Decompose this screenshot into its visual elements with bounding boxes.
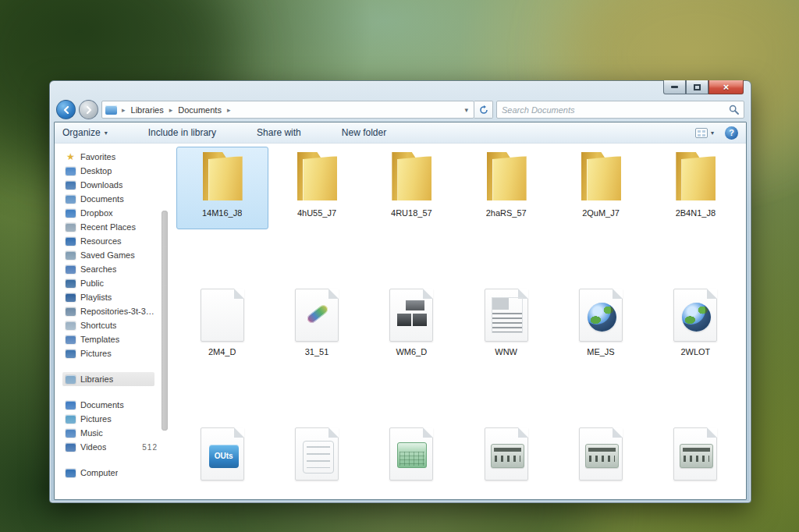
breadcrumb-segment[interactable]: Libraries — [130, 105, 165, 115]
minimize-icon — [671, 86, 678, 88]
minimize-button[interactable] — [663, 80, 686, 94]
file-tile[interactable] — [176, 424, 268, 499]
file-label: 2M4_D — [208, 347, 236, 356]
file-tile[interactable] — [555, 424, 647, 499]
sidebar-item[interactable]: Documents — [62, 192, 172, 206]
toolbar-item-new-folder[interactable]: New folder — [342, 127, 386, 138]
sidebar-item-badge: 512 — [142, 443, 172, 452]
saved-games-icon — [66, 251, 76, 260]
file-tile[interactable] — [649, 424, 741, 499]
public-icon — [66, 279, 76, 288]
file-tile[interactable]: 14M16_J8 — [176, 147, 268, 229]
sidebar-item-label: Computer — [80, 468, 118, 477]
sidebar-item[interactable]: Dropbox — [62, 206, 172, 220]
sidebar-item[interactable]: Documents — [62, 398, 172, 412]
sidebar-item[interactable]: Downloads — [62, 178, 172, 192]
file-tile[interactable]: 2M4_D — [176, 286, 268, 368]
maximize-button[interactable] — [686, 80, 708, 94]
sidebar-item-label: Documents — [80, 400, 124, 410]
sidebar-section-gap — [62, 360, 172, 372]
desktop-icon — [66, 167, 76, 176]
sidebar-item-label: Videos — [80, 442, 106, 452]
forward-arrow-icon — [85, 106, 93, 114]
sidebar-item[interactable]: ★ Favorites — [62, 150, 172, 164]
file-tile[interactable]: 4hU55_J7 — [271, 147, 363, 229]
sidebar-item[interactable]: Resources — [62, 234, 172, 248]
pictures-library-icon — [66, 415, 76, 424]
client-area: Organize▾Include in libraryShare withNew… — [54, 122, 747, 500]
file-tile[interactable]: 2haRS_57 — [460, 147, 552, 229]
file-tile[interactable]: ME_JS — [555, 286, 647, 368]
file-label: WM6_D — [396, 347, 427, 356]
breadcrumb-segment[interactable]: Documents — [176, 105, 223, 115]
toolbar-item-label: Include in library — [148, 127, 216, 138]
sidebar-item-label: Music — [80, 428, 103, 438]
file-label: 4hU55_J7 — [297, 208, 336, 218]
sidebar-item-label: Templates — [80, 335, 119, 344]
sidebar-item[interactable]: Libraries — [62, 372, 154, 386]
repository-icon — [66, 307, 76, 316]
toolbar-right: ▾ ? — [695, 126, 738, 140]
change-view-button[interactable]: ▾ — [695, 128, 714, 138]
sidebar-item-label: Searches — [80, 264, 116, 274]
close-button[interactable]: × — [708, 80, 744, 94]
sidebar-item[interactable]: Pictures — [62, 412, 172, 426]
sidebar-item-label: Dropbox — [80, 208, 113, 218]
sidebar-item[interactable]: Desktop — [62, 164, 172, 178]
help-button[interactable]: ? — [725, 126, 738, 140]
sidebar-item-label: Desktop — [80, 166, 112, 176]
file-tile[interactable]: WM6_D — [365, 286, 457, 368]
address-bar[interactable]: ▸Libraries▸Documents▸ ▾ — [101, 101, 474, 119]
chevron-down-icon[interactable]: ▾ — [462, 106, 471, 114]
searches-icon — [66, 265, 76, 274]
file-label: 2QuM_J7 — [582, 208, 620, 218]
file-tile[interactable] — [365, 424, 457, 499]
sidebar-scrollbar[interactable] — [162, 211, 168, 431]
toolbar-item-include-in-library[interactable]: Include in library — [148, 127, 216, 138]
desktop-background: { "window": { "controls": { "minimize": … — [0, 0, 799, 532]
refresh-icon — [479, 105, 488, 115]
sidebar-item[interactable]: Templates — [62, 332, 172, 346]
file-tile[interactable] — [460, 424, 552, 499]
chevron-down-icon: ▾ — [105, 129, 108, 137]
back-button[interactable] — [56, 100, 76, 119]
folder-icon — [672, 150, 719, 203]
search-icon[interactable] — [729, 105, 739, 115]
title-bar[interactable]: × — [54, 81, 747, 99]
chevron-down-icon: ▾ — [711, 129, 714, 137]
file-tile[interactable] — [271, 424, 363, 499]
sidebar-item[interactable]: Music — [62, 426, 172, 440]
search-input[interactable] — [502, 105, 726, 115]
sidebar-item[interactable]: Repositories-3t-3e-s… — [62, 304, 172, 318]
forward-button[interactable] — [79, 100, 98, 119]
sidebar-item[interactable]: Playlists — [62, 290, 172, 304]
toolbar-item-share-with[interactable]: Share with — [257, 127, 301, 138]
sidebar-item[interactable]: Searches — [62, 262, 172, 276]
sidebar-item[interactable]: Saved Games — [62, 248, 172, 262]
star-icon: ★ — [66, 153, 76, 161]
file-label: 14M16_J8 — [202, 208, 242, 218]
sidebar-item[interactable]: Recent Places — [62, 220, 172, 234]
file-tile[interactable]: 31_51 — [271, 286, 363, 368]
document-html-icon — [579, 289, 623, 342]
file-tile[interactable]: 2B4N1_J8 — [649, 147, 741, 229]
sidebar-item[interactable]: Shortcuts — [62, 318, 172, 332]
file-tile[interactable]: 2WLOT — [649, 286, 741, 368]
file-tile[interactable]: 2QuM_J7 — [555, 147, 647, 229]
file-tile[interactable]: 4RU18_57 — [365, 147, 457, 229]
file-tile[interactable]: WNW — [460, 286, 552, 368]
document-text-icon — [485, 289, 528, 342]
sidebar-item[interactable]: Public — [62, 276, 172, 290]
toolbar-item-organize[interactable]: Organize▾ — [62, 127, 108, 138]
navigation-pane: ★ Favorites Desktop Downloads Documents … — [55, 144, 172, 499]
search-box — [496, 101, 744, 119]
refresh-button[interactable] — [474, 101, 493, 119]
window-body: ★ Favorites Desktop Downloads Documents … — [55, 144, 746, 499]
sidebar-section-gap — [62, 454, 172, 466]
sidebar-item[interactable]: Pictures — [62, 346, 172, 360]
sidebar-item[interactable]: Videos 512 — [62, 440, 172, 454]
sidebar-item[interactable]: Computer — [62, 466, 172, 480]
document-device-icon — [485, 427, 528, 481]
sidebar-item-label: Pictures — [80, 349, 112, 358]
views-icon — [695, 128, 708, 138]
